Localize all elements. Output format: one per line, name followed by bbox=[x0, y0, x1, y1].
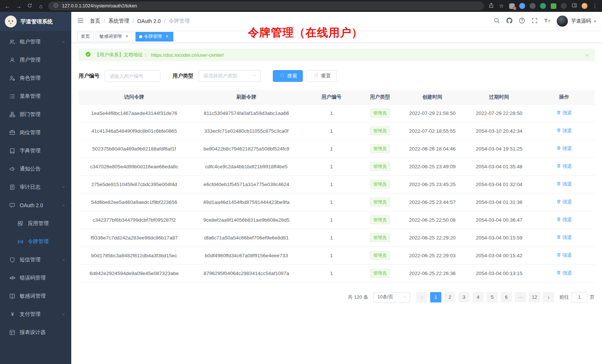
sidebar-item-oauth[interactable]: OAuth 2.0 bbox=[0, 196, 71, 214]
search-button[interactable]: 搜索 bbox=[273, 70, 303, 82]
tab-close-icon[interactable]: × bbox=[164, 34, 170, 39]
tab-badge-icon[interactable]: 0 bbox=[508, 3, 515, 9]
sidebar-item-dept[interactable]: 部门管理 bbox=[0, 105, 71, 123]
chevron-up-icon bbox=[61, 203, 66, 208]
briefcase-icon bbox=[9, 130, 16, 136]
browser-avatar-icon[interactable] bbox=[581, 3, 588, 9]
extension-dark-icon[interactable] bbox=[560, 3, 567, 9]
sidebar-item-user[interactable]: 用户管理 bbox=[0, 51, 71, 69]
sidebar-item-audit-log[interactable]: 审计日志 bbox=[0, 178, 71, 196]
force-logout-button[interactable]: 强退 bbox=[556, 234, 572, 241]
navbar-actions: TT芋道源码▾ bbox=[494, 16, 596, 27]
fullscreen-icon[interactable] bbox=[531, 17, 538, 25]
page-ellipsis-button[interactable]: ··· bbox=[515, 292, 526, 302]
alert-doc-link[interactable]: https://doc.iocoder.cn/user-center/ bbox=[151, 52, 224, 58]
profile-green-icon[interactable] bbox=[540, 3, 546, 9]
alert-close-icon[interactable]: × bbox=[585, 52, 589, 58]
cell-refresh-token: 49d1aa46d1454fbd87591444423be9fa bbox=[190, 193, 303, 211]
page-button-6[interactable]: 6 bbox=[501, 292, 512, 302]
page-button-1[interactable]: 1 bbox=[430, 292, 441, 302]
force-logout-button[interactable]: 强退 bbox=[556, 145, 572, 152]
puzzle-icon[interactable] bbox=[550, 3, 557, 9]
sidebar-item-oauth-token[interactable]: 令牌管理 bbox=[0, 232, 71, 251]
cell-refresh-token: e6cfd40eb1f54571a31e775e039c4624 bbox=[190, 175, 303, 193]
panel-split-icon[interactable] bbox=[571, 3, 578, 9]
reset-button[interactable]: 重置 bbox=[307, 70, 337, 82]
font-size-icon[interactable]: TT bbox=[544, 17, 550, 25]
tab-close-icon[interactable]: × bbox=[124, 34, 130, 39]
address-bar[interactable]: 127.0.0.1:1024/system/oauth2/token bbox=[48, 1, 484, 10]
cell-user-id: 1 bbox=[303, 211, 360, 229]
cell-user-id: 1 bbox=[303, 264, 360, 282]
delete-icon bbox=[556, 217, 561, 223]
breadcrumb-item[interactable]: 系统管理 bbox=[108, 18, 129, 24]
top-navbar: 首页/系统管理/OAuth 2.0/令牌管理 TT芋道源码▾ bbox=[71, 12, 602, 30]
sidebar-item-tenant[interactable]: 租户管理 bbox=[0, 33, 71, 51]
layout-icon bbox=[9, 330, 16, 335]
goto-page-input[interactable] bbox=[572, 292, 587, 302]
sidebar-item-role[interactable]: 角色管理 bbox=[0, 69, 71, 87]
page-button-4[interactable]: 4 bbox=[472, 292, 484, 302]
cell-refresh-token: b0df4980ffd34c67a08f9156e4eee733 bbox=[190, 246, 303, 264]
share-icon[interactable] bbox=[488, 3, 494, 9]
profile-dark-icon[interactable] bbox=[529, 3, 536, 9]
app-logo[interactable]: 芋道管理系统 bbox=[0, 12, 71, 31]
back-icon[interactable]: ← bbox=[4, 3, 11, 9]
cell-create-time: 2022-06-25 23:45:25 bbox=[400, 175, 465, 193]
sidebar-item-error-code[interactable]: </>错误码管理 bbox=[0, 269, 71, 287]
sidebar-item-sensitive-word[interactable]: 敏感词管理 bbox=[0, 287, 71, 305]
sidebar-item-post[interactable]: 岗位管理 bbox=[0, 123, 71, 142]
page-button-2[interactable]: 2 bbox=[444, 292, 455, 302]
search-icon[interactable] bbox=[494, 17, 500, 25]
sidebar-item-report-designer[interactable]: 报表设计器 bbox=[0, 323, 71, 341]
github-icon[interactable] bbox=[506, 17, 513, 25]
force-logout-button[interactable]: 强退 bbox=[556, 216, 572, 223]
page-content: 【用户体系】文档地址： https://doc.iocoder.cn/user-… bbox=[71, 43, 602, 364]
force-logout-button[interactable]: 强退 bbox=[556, 199, 572, 205]
home-icon[interactable]: ⌂ bbox=[37, 3, 45, 9]
site-info-icon[interactable] bbox=[52, 3, 59, 9]
force-logout-button[interactable]: 强退 bbox=[556, 110, 572, 116]
tab-sensitive-word[interactable]: 敏感词管理× bbox=[96, 32, 133, 42]
force-logout-button[interactable]: 强退 bbox=[556, 128, 572, 134]
profile-blue-icon[interactable] bbox=[519, 3, 526, 9]
sidebar-item-menu[interactable]: 菜单管理 bbox=[0, 87, 71, 105]
sidebar-item-label: 令牌管理 bbox=[28, 238, 49, 245]
page-button-12[interactable]: 12 bbox=[529, 292, 540, 302]
forward-icon[interactable]: → bbox=[15, 3, 22, 9]
bookmark-star-icon[interactable]: ☆ bbox=[498, 3, 505, 9]
user-type-select[interactable]: 请选择用户类型 bbox=[199, 70, 261, 82]
cell-user-id: 1 bbox=[303, 193, 360, 211]
breadcrumb-item[interactable]: 首页 bbox=[90, 18, 100, 24]
tab-home[interactable]: 首页 bbox=[77, 32, 94, 42]
shield-icon bbox=[9, 257, 16, 263]
next-page-button[interactable]: › bbox=[543, 292, 554, 302]
user-menu[interactable]: 芋道源码▾ bbox=[557, 16, 596, 27]
sidebar-item-pay[interactable]: ¥支付管理 bbox=[0, 305, 71, 323]
hamburger-icon[interactable] bbox=[77, 17, 84, 25]
column-header: 操作 bbox=[534, 90, 595, 104]
user-id-input[interactable] bbox=[105, 70, 160, 82]
sidebar-item-sms[interactable]: 短信管理 bbox=[0, 251, 71, 269]
tab-token[interactable]: 令牌管理× bbox=[135, 32, 173, 42]
question-icon[interactable] bbox=[519, 17, 525, 25]
breadcrumb-item[interactable]: OAuth 2.0 bbox=[137, 18, 161, 24]
sidebar-item-dict[interactable]: 字典管理 bbox=[0, 142, 71, 160]
page-button-5[interactable]: 5 bbox=[487, 292, 498, 302]
force-logout-button[interactable]: 强退 bbox=[556, 270, 572, 277]
page-button-3[interactable]: 3 bbox=[458, 292, 470, 302]
reload-icon[interactable] bbox=[26, 3, 33, 9]
cell-user-id: 1 bbox=[303, 246, 360, 264]
prev-page-button[interactable]: ‹ bbox=[416, 292, 427, 302]
chevron-down-icon bbox=[252, 73, 257, 79]
code-icon: </> bbox=[9, 275, 16, 281]
force-logout-button[interactable]: 强退 bbox=[556, 181, 572, 188]
sidebar-item-label: 审计日志 bbox=[20, 184, 40, 191]
force-logout-button[interactable]: 强退 bbox=[556, 252, 572, 259]
force-logout-button[interactable]: 强退 bbox=[556, 163, 572, 170]
sidebar-item-notice[interactable]: 通知公告 bbox=[0, 160, 71, 178]
page-size-value: 10条/页 bbox=[377, 294, 393, 300]
more-dots-icon[interactable]: ⋮ bbox=[592, 3, 598, 9]
sidebar-item-oauth-app[interactable]: 应用管理 bbox=[0, 214, 71, 232]
page-size-select[interactable]: 10条/页 bbox=[373, 292, 410, 302]
